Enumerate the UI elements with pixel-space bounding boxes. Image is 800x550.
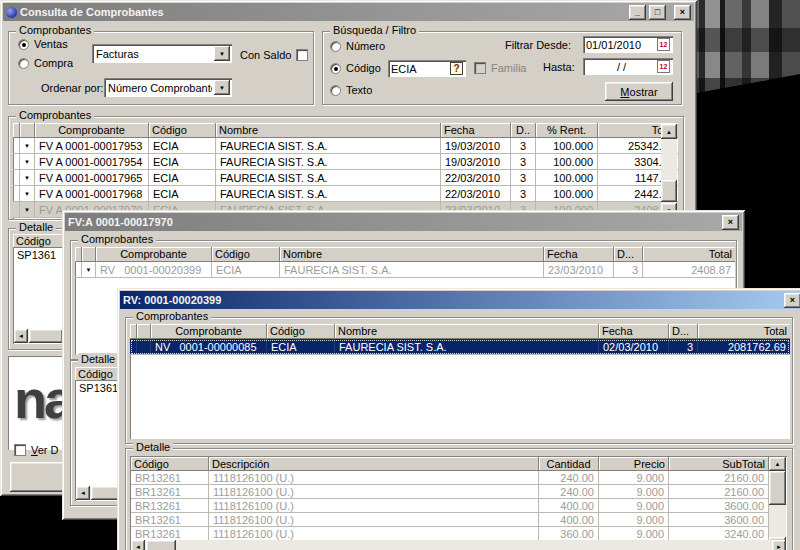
col-precio[interactable]: Precio [599, 457, 669, 471]
con-saldo-field[interactable]: Con Saldo [240, 49, 308, 61]
col-subtotal[interactable]: SubTotal [669, 457, 769, 471]
col-comprobante[interactable]: Comprobante [151, 324, 267, 339]
col-nombre[interactable]: Nombre [280, 247, 544, 262]
row-indicator-icon[interactable]: ▼ [24, 191, 30, 197]
row-indicator-icon[interactable]: ▼ [24, 143, 30, 149]
con-saldo-checkbox[interactable] [296, 49, 308, 61]
row-indicator-icon[interactable]: ▼ [24, 159, 30, 165]
scrollbar-thumb[interactable] [661, 180, 677, 202]
calendar-icon[interactable]: 12 [657, 38, 670, 51]
scroll-up-icon[interactable]: ▲ [769, 457, 786, 471]
tipo-comprobante-value: Facturas [92, 48, 212, 60]
vertical-scrollbar[interactable]: ▲ ▼ [661, 124, 677, 218]
col-fecha[interactable]: Fecha [544, 247, 614, 262]
radio-compra[interactable]: Compra [18, 57, 73, 69]
ordenar-por-dropdown[interactable]: Número Comprobante ▼ [104, 78, 232, 97]
tipo-comprobante-dropdown[interactable]: Facturas ▼ [92, 44, 232, 63]
col-rent[interactable]: % Rent. [536, 123, 598, 138]
col-comprobante[interactable]: Comprobante [96, 247, 212, 262]
group-label: Detalle [133, 441, 173, 453]
col-fecha[interactable]: Fecha [441, 123, 511, 138]
radio-codigo[interactable]: Código [330, 62, 381, 74]
table-row-disabled[interactable]: ▼ RV 0001-00020399ECIA FAURECIA SIST. S.… [75, 262, 735, 278]
window-title: RV: 0001-00020399 [123, 294, 781, 306]
col-d[interactable]: D.. [511, 123, 536, 138]
radio-texto-icon[interactable] [330, 85, 341, 96]
table-row[interactable]: ▼ FV A 0001-00017953ECIA FAURECIA SIST. … [13, 138, 678, 154]
scroll-left-icon[interactable]: ◄ [14, 329, 28, 343]
col-codigo[interactable]: Código [149, 123, 216, 138]
table-header-row: Comprobante Código Nombre Fecha D... Tot… [130, 324, 790, 339]
scroll-up-icon[interactable]: ▲ [661, 124, 677, 139]
col-total[interactable]: Total [698, 324, 790, 339]
col-fecha[interactable]: Fecha [599, 324, 669, 339]
scrollbar-thumb[interactable] [769, 471, 786, 505]
ver-detalle-field[interactable]: Ver D [14, 444, 59, 456]
close-button-icon[interactable]: × [674, 5, 691, 20]
col-cantidad[interactable]: Cantidad [539, 457, 599, 471]
desktop-background-image [690, 0, 800, 100]
scrollbar-thumb[interactable] [146, 540, 176, 550]
calendar-icon[interactable]: 12 [657, 60, 670, 73]
help-icon[interactable]: ? [450, 62, 463, 75]
scroll-left-icon[interactable]: ◄ [131, 540, 145, 550]
vertical-scrollbar[interactable]: ▲ ▼ [769, 457, 786, 550]
col-comprobante[interactable]: Comprobante [35, 123, 149, 138]
chevron-down-icon[interactable]: ▼ [214, 46, 230, 61]
codigo-input[interactable]: ECIA ? [388, 60, 466, 77]
radio-texto[interactable]: Texto [330, 84, 372, 96]
scroll-right-icon[interactable]: ► [772, 540, 786, 550]
hasta-date-input[interactable]: / / 12 [583, 58, 673, 75]
row-indicator-icon[interactable]: ▼ [24, 207, 30, 213]
table-row[interactable]: BR132611118126100 (U.) 240.009.000 2160.… [131, 485, 769, 499]
radio-compra-icon[interactable] [18, 58, 29, 69]
col-descripcion[interactable]: Descripción [209, 457, 539, 471]
col-d[interactable]: D... [614, 247, 643, 262]
col-total[interactable]: Total [643, 247, 735, 262]
maximize-button-icon[interactable]: □ [649, 5, 666, 20]
radio-numero[interactable]: Número [330, 40, 385, 52]
row-indicator-icon[interactable]: ▼ [86, 267, 92, 273]
ordenar-por-label: Ordenar por: [41, 82, 103, 94]
radio-ventas[interactable]: Ventas [18, 38, 68, 50]
table-row[interactable]: BR132611118126100 (U.) 400.009.000 3600.… [131, 513, 769, 527]
radio-numero-icon[interactable] [330, 41, 341, 52]
chevron-down-icon[interactable]: ▼ [214, 80, 230, 95]
familia-checkbox[interactable] [474, 62, 486, 74]
minimize-button-icon[interactable]: _ [629, 5, 646, 20]
table-row[interactable]: ▼ FV A 0001-00017954ECIA FAURECIA SIST. … [13, 154, 678, 170]
table-row[interactable]: ▼ FV A 0001-00017965ECIA FAURECIA SIST. … [13, 170, 678, 186]
desde-date-input[interactable]: 01/01/2010 12 [583, 36, 673, 53]
app-icon [6, 7, 17, 18]
row-indicator-icon[interactable]: ▼ [24, 175, 30, 181]
hasta-date-value: / / [586, 61, 657, 73]
table-row[interactable]: BR132611118126100 (U.) 240.009.000 2160.… [131, 471, 769, 485]
col-codigo[interactable]: Código [267, 324, 335, 339]
mostrar-button[interactable]: Mostrar [605, 82, 673, 101]
scrollbar-thumb[interactable] [29, 329, 63, 343]
horizontal-scrollbar[interactable]: ◄ ► [131, 540, 786, 550]
col-d[interactable]: D... [669, 324, 698, 339]
table-row-selected[interactable]: NV 0001-00000085ECIA FAURECIA SIST. S.A.… [130, 339, 790, 355]
col-nombre[interactable]: Nombre [216, 123, 441, 138]
col-codigo[interactable]: Código [212, 247, 280, 262]
window-title: FV:A 0001-00017970 [68, 216, 719, 228]
radio-ventas-label: Ventas [34, 38, 68, 50]
radio-ventas-icon[interactable] [18, 39, 29, 50]
group-label: Comprobantes [78, 233, 156, 245]
table-row[interactable]: BR132611118126100 (U.) 360.009.000 3240.… [131, 527, 769, 541]
close-button-icon[interactable]: × [784, 293, 800, 308]
col-nombre[interactable]: Nombre [335, 324, 599, 339]
close-button-icon[interactable]: × [722, 215, 739, 230]
table-row[interactable]: BR132611118126100 (U.) 400.009.000 3600.… [131, 499, 769, 513]
title-bar[interactable]: Consulta de Comprobantes _ □ × [3, 3, 694, 21]
ver-detalle-checkbox[interactable] [14, 444, 26, 456]
scroll-left-icon[interactable]: ◄ [76, 486, 90, 500]
title-bar[interactable]: RV: 0001-00020399 × [120, 291, 800, 309]
radio-compra-label: Compra [34, 57, 73, 69]
table-row[interactable]: ▼ FV A 0001-00017968ECIA FAURECIA SIST. … [13, 186, 678, 202]
group-label: Comprobantes [16, 109, 94, 121]
col-codigo[interactable]: Código [131, 457, 209, 471]
radio-codigo-icon[interactable] [330, 63, 341, 74]
title-bar[interactable]: FV:A 0001-00017970 × [65, 213, 742, 231]
